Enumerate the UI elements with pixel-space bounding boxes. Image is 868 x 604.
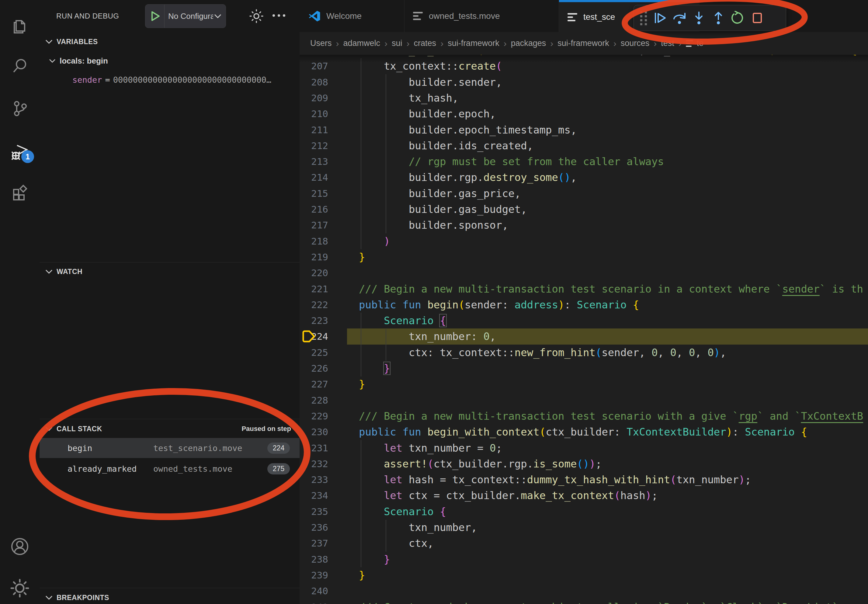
breadcrumb-item[interactable]: Users	[310, 39, 332, 48]
start-debug-icon[interactable]	[150, 10, 161, 22]
line-number[interactable]: 225	[311, 345, 328, 361]
line-number[interactable]: 236	[311, 519, 328, 536]
code-line[interactable]: builder.sender,	[359, 74, 502, 90]
line-number[interactable]: 230	[311, 424, 328, 440]
line-number[interactable]: 223	[311, 313, 328, 329]
tab-welcome[interactable]: Welcome	[299, 0, 405, 32]
line-number[interactable]: 241	[311, 599, 328, 604]
line-number[interactable]: 229	[311, 408, 328, 424]
code-line[interactable]: builder.ids_created,	[359, 138, 533, 154]
line-number[interactable]: 220	[311, 265, 328, 281]
code-line[interactable]: ctx: tx_context::new_from_hint(sender, 0…	[359, 345, 726, 361]
section-breakpoints[interactable]: BREAKPOINTS	[40, 590, 299, 604]
code-line[interactable]: builder.gas_budget,	[359, 201, 527, 217]
breadcrumb-item[interactable]: packages	[511, 39, 546, 48]
breadcrumb-item[interactable]: sui	[392, 39, 402, 48]
activity-accounts[interactable]	[0, 533, 40, 560]
code-region[interactable]: 2062072082092102112122132142152162172182…	[299, 0, 868, 604]
activity-search[interactable]	[0, 53, 40, 79]
code-line[interactable]: txn_number,	[359, 519, 477, 536]
line-number[interactable]: 207	[311, 58, 328, 74]
code-line[interactable]: // rgp must be set from the caller alway…	[359, 153, 664, 170]
code-line[interactable]: }	[359, 567, 365, 583]
section-variables[interactable]: VARIABLES	[40, 34, 299, 49]
line-number[interactable]: 227	[311, 376, 328, 392]
call-stack-frame[interactable]: already_marked owned_tests.move 275	[40, 458, 299, 479]
breadcrumb-item[interactable]: test	[661, 39, 674, 48]
line-number[interactable]: 234	[311, 488, 328, 503]
line-number[interactable]: 215	[311, 186, 328, 201]
line-number[interactable]: 219	[311, 249, 328, 265]
variable-row[interactable]: sender = 0000000000000000000000000000000…	[72, 73, 294, 87]
code-line[interactable]: assert!(ctx_builder.rgp.is_some());	[359, 456, 601, 472]
line-number[interactable]: 231	[311, 440, 328, 456]
line-number[interactable]: 226	[311, 360, 328, 376]
activity-settings[interactable]	[0, 575, 40, 602]
breadcrumb-item[interactable]: sui-framework	[448, 39, 499, 48]
step-out-button[interactable]	[708, 8, 728, 28]
code-line[interactable]: builder.gas_price,	[359, 186, 521, 201]
line-number[interactable]: 218	[311, 233, 328, 249]
line-number[interactable]: 222	[311, 297, 328, 313]
code-line[interactable]: )	[359, 233, 390, 249]
code-line[interactable]: /// Creates and shares system objects, a…	[359, 599, 838, 604]
code-line[interactable]: ctx,	[359, 535, 434, 551]
activity-extensions[interactable]	[0, 180, 40, 206]
code-line[interactable]: }	[359, 360, 390, 376]
code-line[interactable]: public fun begin(sender: address): Scena…	[359, 297, 639, 313]
breadcrumb-item[interactable]: sources	[621, 39, 649, 48]
code-line[interactable]: tx_context::create(	[359, 58, 502, 74]
breadcrumb-item[interactable]: crates	[414, 39, 436, 48]
line-number[interactable]: 228	[311, 392, 328, 409]
section-call-stack[interactable]: CALL STACK Paused on step	[40, 421, 299, 437]
variables-scope-row[interactable]: locals: begin	[49, 54, 108, 68]
tab-owned-tests[interactable]: owned_tests.move	[405, 0, 559, 32]
activity-source-control[interactable]	[0, 95, 40, 122]
code-line[interactable]: Scenario {	[359, 313, 446, 329]
code-line[interactable]: let hash = tx_context::dummy_tx_hash_wit…	[359, 472, 751, 488]
line-number[interactable]: 212	[311, 138, 328, 154]
breadcrumb-item[interactable]: adamwelc	[343, 39, 380, 48]
section-watch[interactable]: WATCH	[40, 264, 299, 279]
line-number[interactable]: 232	[311, 456, 328, 472]
restart-button[interactable]	[728, 8, 747, 28]
code-line[interactable]: txn_number: 0,	[359, 328, 496, 345]
continue-button[interactable]	[650, 8, 670, 28]
code-line[interactable]: /// Begin a new multi-transaction test s…	[359, 281, 863, 297]
activity-run-and-debug[interactable]	[0, 138, 40, 165]
line-number[interactable]: 240	[311, 583, 328, 599]
more-actions-icon[interactable]	[271, 12, 287, 19]
line-number[interactable]: 221	[311, 281, 328, 297]
breadcrumb-file[interactable]: te	[697, 39, 704, 48]
step-over-button[interactable]	[670, 8, 689, 28]
code-line[interactable]: Scenario {	[359, 503, 446, 520]
line-number[interactable]: 211	[311, 122, 328, 138]
breadcrumb-item[interactable]: sui-framework	[558, 39, 609, 48]
line-number[interactable]: 213	[311, 153, 328, 170]
stop-button[interactable]	[747, 8, 767, 28]
line-number[interactable]: 217	[311, 217, 328, 233]
code-line[interactable]: let ctx = ctx_builder.make_tx_context(ha…	[359, 488, 658, 503]
line-number[interactable]: 209	[311, 90, 328, 106]
line-number[interactable]: 235	[311, 503, 328, 520]
code-line[interactable]: public fun begin_with_context(ctx_builde…	[359, 424, 807, 440]
line-number[interactable]: 239	[311, 567, 328, 583]
code-line[interactable]: }	[359, 249, 365, 265]
code-line[interactable]: builder.sponsor,	[359, 217, 508, 233]
debug-config-dropdown[interactable]: No Configura	[145, 4, 226, 28]
drag-handle-icon[interactable]	[637, 8, 650, 28]
code-line[interactable]: builder.epoch_timestamp_ms,	[359, 122, 577, 138]
line-number[interactable]: 210	[311, 106, 328, 122]
line-number[interactable]: 214	[311, 169, 328, 186]
line-number[interactable]: 208	[311, 74, 328, 90]
code-line[interactable]: builder.rgp.destroy_some(),	[359, 169, 577, 186]
code-line[interactable]: /// Begin a new multi-transaction test s…	[359, 408, 863, 424]
gutter[interactable]: 2062072082092102112122132142152162172182…	[299, 0, 336, 604]
code-line[interactable]: let txn_number = 0;	[359, 440, 502, 456]
activity-explorer[interactable]	[0, 12, 40, 39]
debug-settings-gear-icon[interactable]	[250, 9, 264, 23]
code-line[interactable]: tx_hash,	[359, 90, 459, 106]
line-number[interactable]: 233	[311, 472, 328, 488]
line-number[interactable]: 216	[311, 201, 328, 217]
code-line[interactable]: builder.epoch,	[359, 106, 496, 122]
